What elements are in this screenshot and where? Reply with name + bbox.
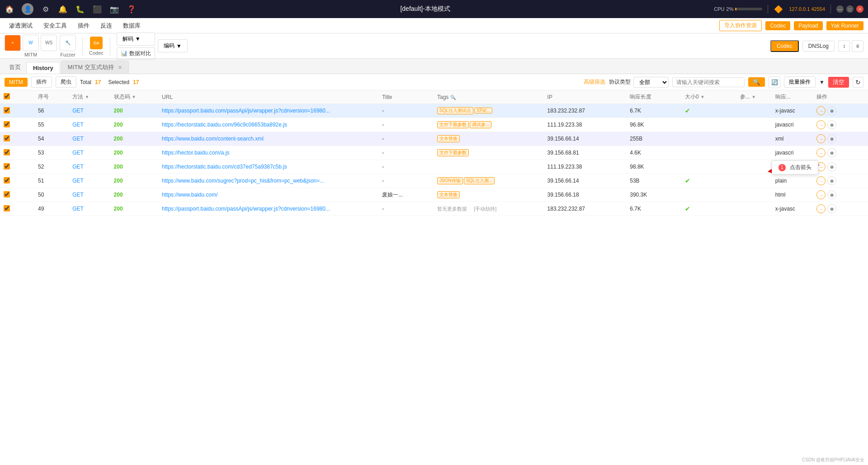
payload-menu-btn[interactable]: Payload xyxy=(794,21,822,30)
row-method: GET xyxy=(69,132,110,146)
close-btn[interactable]: ✕ xyxy=(856,5,863,13)
row-status: 200 xyxy=(110,132,159,146)
codec-menu-btn[interactable]: Codec xyxy=(765,21,790,30)
table-row[interactable]: 50 GET 200 https://www.baidu.com/ 废娘一...… xyxy=(0,188,868,202)
data-compare-btn[interactable]: 📊 数据对比 xyxy=(117,47,155,60)
tab-history[interactable]: History xyxy=(26,62,60,74)
refresh-btn[interactable]: ↻ xyxy=(853,77,863,88)
row-size0: ✔ xyxy=(681,202,736,216)
th-checkbox[interactable] xyxy=(0,90,34,104)
action-send-btn[interactable]: → xyxy=(816,120,826,129)
menu-database[interactable]: 数据库 xyxy=(118,20,145,32)
search-btn[interactable]: 🔍 xyxy=(748,77,765,87)
mitm-filter-btn[interactable]: MITM xyxy=(5,78,28,87)
encode-btn[interactable]: 编码 ▼ xyxy=(158,39,188,52)
row-cb[interactable] xyxy=(0,118,34,132)
terminal-icon[interactable]: ⬛ xyxy=(92,4,102,14)
bug-icon[interactable]: 🐛 xyxy=(75,4,85,14)
decode-btn[interactable]: 解码 ▼ xyxy=(117,33,155,46)
action-more-btn[interactable]: ⊕ xyxy=(827,106,836,115)
protocol-dropdown[interactable]: 全部 xyxy=(633,77,669,88)
tab-home[interactable]: 首页 xyxy=(5,61,25,74)
action-send-btn[interactable]: → xyxy=(816,176,826,185)
filter-icon-btn[interactable]: 🔄 xyxy=(769,76,780,88)
row-size0 xyxy=(681,188,736,202)
toolbar-icon1[interactable]: ↕ xyxy=(838,40,850,52)
action-send-btn[interactable]: → xyxy=(816,148,826,157)
toolbar-icon2[interactable]: ≡ xyxy=(852,40,863,52)
action-more-btn[interactable]: ⊕ xyxy=(827,120,836,129)
th-method: 方法 ▼ xyxy=(69,90,110,104)
help-icon[interactable]: ❓ xyxy=(127,4,137,14)
action-send-btn[interactable]: → xyxy=(816,190,826,199)
settings-icon[interactable]: ⚙ xyxy=(41,4,51,14)
batch-btn[interactable]: 批量操作 xyxy=(784,76,816,88)
home-icon[interactable]: 🏠 xyxy=(5,4,14,14)
row-method: GET xyxy=(69,118,110,132)
row-tags: 暂无更多数据 [手动劫持] xyxy=(434,202,544,216)
menu-plugins[interactable]: 插件 xyxy=(73,20,94,32)
row-action: → ⊕ xyxy=(813,104,868,118)
row-actions: → ⊕ xyxy=(816,190,864,199)
tab-mitm[interactable]: MITM 交互式劫持 ✕ xyxy=(61,61,129,74)
row-cb[interactable] xyxy=(0,146,34,160)
ws-icon[interactable]: WS xyxy=(41,35,57,51)
row-title: - xyxy=(378,202,434,216)
action-more-btn[interactable]: ⊕ xyxy=(827,204,836,213)
action-send-btn[interactable]: → xyxy=(816,134,826,143)
select-all-cb[interactable] xyxy=(4,93,10,99)
menu-reverse[interactable]: 反连 xyxy=(96,20,117,32)
table-row[interactable]: 56 GET 200 https://passport.baidu.com/pa… xyxy=(0,104,868,118)
table-row[interactable]: 53 GET 200 https://hector.baidu.com/a.js… xyxy=(0,146,868,160)
action-more-btn[interactable]: ⊕ xyxy=(827,148,836,157)
row-cb[interactable] xyxy=(0,188,34,202)
row-cb[interactable] xyxy=(0,132,34,146)
table-scroll[interactable]: 序号 方法 ▼ 状态码 ▼ URL Title Tags 🔍 IP 响应长度 大… xyxy=(0,90,868,465)
protocol-label: 协议类型 xyxy=(609,78,631,86)
table-row[interactable]: 54 GET 200 https://www.baidu.com/content… xyxy=(0,132,868,146)
table-row[interactable]: 52 GET 200 https://hectorstatic.baidu.co… xyxy=(0,160,868,174)
codec-tool-icon[interactable]: Co xyxy=(90,37,103,49)
row-cb[interactable] xyxy=(0,202,34,216)
adv-filter-btn[interactable]: 高级筛选 xyxy=(584,78,605,86)
row-cb[interactable] xyxy=(0,160,34,174)
fuzzer-icon[interactable]: 🔧 xyxy=(60,35,76,51)
web-icon[interactable]: W xyxy=(23,35,39,51)
row-cb[interactable] xyxy=(0,174,34,188)
row-seq: 53 xyxy=(34,146,69,160)
row-action: → ⊕ xyxy=(813,160,868,174)
camera-icon[interactable]: 📷 xyxy=(109,4,119,14)
import-btn[interactable]: 导入协作资源 xyxy=(719,20,762,31)
search-input[interactable] xyxy=(672,77,745,87)
maximize-btn[interactable]: □ xyxy=(846,5,854,13)
filter-bar: MITM 插件 爬虫 Total 17 Selected 17 高级筛选 协议类… xyxy=(0,74,868,90)
table-row[interactable]: 51 GET 200 https://www.baidu.com/sugrec?… xyxy=(0,174,868,188)
action-more-btn[interactable]: ⊕ xyxy=(827,162,836,171)
table-row[interactable]: 55 GET 200 https://hectorstatic.baidu.co… xyxy=(0,118,868,132)
row-actions: → ⊕ xyxy=(816,148,864,157)
avatar[interactable]: 👤 xyxy=(22,3,33,15)
tab-close-icon[interactable]: ✕ xyxy=(118,65,122,70)
action-more-btn[interactable]: ⊕ xyxy=(827,176,836,185)
menu-pentest[interactable]: 渗透测试 xyxy=(5,20,37,32)
row-ip: 183.232.232.87 xyxy=(544,202,627,216)
crawler-filter-btn[interactable]: 爬虫 xyxy=(56,76,76,88)
minimize-btn[interactable]: — xyxy=(836,5,844,13)
dnslog-btn[interactable]: DNSLog xyxy=(802,41,835,52)
clear-btn[interactable]: 清空 xyxy=(828,77,849,88)
row-tags: JSON传输SQL注入测... xyxy=(434,174,544,188)
row-seq: 52 xyxy=(34,160,69,174)
action-send-btn[interactable]: → xyxy=(816,106,826,115)
plugin-filter-btn[interactable]: 插件 xyxy=(31,76,52,88)
action-more-btn[interactable]: ⊕ xyxy=(827,134,836,143)
codec-top-btn[interactable]: Codec xyxy=(770,40,799,52)
yak-runner-btn[interactable]: Yak Runner xyxy=(826,21,863,30)
action-send-btn[interactable]: → xyxy=(816,204,826,213)
mitm-icon[interactable]: × xyxy=(5,35,21,51)
table-row[interactable]: 49 GET 200 https://passport.baidu.com/pa… xyxy=(0,202,868,216)
window-title: [default]-本地模式 xyxy=(400,5,450,13)
menu-security-tools[interactable]: 安全工具 xyxy=(39,20,71,32)
row-cb[interactable] xyxy=(0,104,34,118)
action-more-btn[interactable]: ⊕ xyxy=(827,190,836,199)
bell-icon[interactable]: 🔔 xyxy=(58,4,68,14)
